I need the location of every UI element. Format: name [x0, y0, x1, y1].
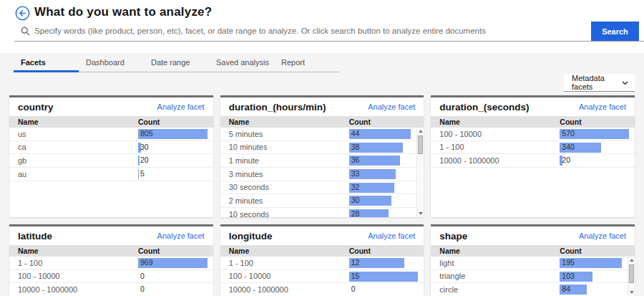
- facet-value-name: 100 - 10000: [18, 272, 138, 280]
- facet-row[interactable]: 10 seconds 28: [220, 208, 424, 217]
- facet-table-body: 1 - 100 12 100 - 10000 15 10000 - 100000…: [220, 257, 424, 296]
- facet-count-cell: 195: [560, 257, 622, 269]
- facet-card: shape Analyze facet Name Count light 195…: [431, 224, 635, 296]
- analyze-facet-link[interactable]: Analyze facet: [579, 231, 626, 240]
- analyze-facet-link[interactable]: Analyze facet: [157, 231, 205, 240]
- facet-value-name: triangle: [439, 272, 560, 280]
- scroll-down-icon[interactable]: [419, 212, 423, 215]
- facet-table-body: 5 minutes 44 10 minutes 38 1 minute 36 3…: [220, 128, 424, 217]
- facet-card: country Analyze facet Name Count us 805 …: [9, 95, 213, 217]
- facet-row[interactable]: 3 minutes 33: [220, 168, 424, 181]
- facet-table-header: Name Count: [9, 116, 213, 128]
- scrollbar-thumb[interactable]: [629, 264, 634, 283]
- count-value: 15: [351, 270, 360, 283]
- scroll-up-icon[interactable]: [419, 130, 423, 133]
- facet-row[interactable]: 30 seconds 32: [220, 181, 424, 195]
- tab-report[interactable]: Report: [274, 57, 339, 72]
- facet-row[interactable]: gb 20: [9, 154, 213, 168]
- tab-facets[interactable]: Facets: [14, 57, 79, 72]
- facet-row[interactable]: au 5: [9, 168, 213, 181]
- count-value: 32: [351, 181, 360, 194]
- name-column-header: Name: [439, 247, 560, 255]
- facet-value-name: ca: [18, 143, 138, 151]
- facet-row[interactable]: 1 - 100 969: [9, 257, 213, 270]
- tab-label: Date range: [151, 58, 190, 67]
- facet-row[interactable]: light 195: [431, 257, 635, 270]
- count-value: 44: [351, 128, 360, 140]
- facet-row[interactable]: us 805: [9, 128, 213, 141]
- tab-date-range[interactable]: Date range: [144, 57, 209, 72]
- facet-value-name: 2 minutes: [229, 196, 349, 205]
- facet-title: duration_(hours/min): [229, 102, 326, 113]
- facet-grid-row-2: latitude Analyze facet Name Count 1 - 10…: [9, 224, 635, 296]
- count-value: 195: [562, 257, 575, 269]
- facet-row[interactable]: triangle 103: [431, 270, 635, 284]
- facet-value-name: au: [18, 170, 138, 178]
- scroll-up-icon[interactable]: [630, 259, 634, 262]
- count-value: 33: [351, 168, 360, 181]
- facet-row[interactable]: 10000 - 1000000 0: [9, 283, 213, 296]
- back-button[interactable]: [15, 6, 30, 21]
- facet-table-body: 1 - 100 969 100 - 10000 0 10000 - 100000…: [9, 257, 213, 296]
- analyze-facet-link[interactable]: Analyze facet: [579, 102, 626, 111]
- facet-card-header: latitude Analyze facet: [9, 226, 213, 245]
- analyze-facet-link[interactable]: Analyze facet: [368, 231, 415, 240]
- tab-dashboard[interactable]: Dashboard: [79, 57, 144, 72]
- facet-value-name: 10000 - 1000000: [439, 156, 560, 165]
- analyze-facet-link[interactable]: Analyze facet: [368, 102, 415, 111]
- facet-row[interactable]: 10000 - 1000000 0: [220, 283, 424, 296]
- scroll-down-icon[interactable]: [630, 291, 634, 294]
- facet-row[interactable]: 1 minute 36: [220, 154, 424, 168]
- facet-row[interactable]: 5 minutes 44: [220, 128, 424, 141]
- facet-title: duration_(seconds): [439, 102, 529, 113]
- facet-count-cell: 12: [349, 257, 419, 269]
- facet-row[interactable]: 10000 - 1000000 20: [431, 154, 635, 168]
- count-bar: [138, 169, 139, 179]
- facet-value-name: 10000 - 1000000: [18, 285, 138, 294]
- search-button[interactable]: Search: [591, 22, 639, 41]
- facet-card-header: longitude Analyze facet: [220, 226, 424, 245]
- facet-row[interactable]: 2 minutes 30: [220, 194, 424, 208]
- facet-card: duration_(hours/min) Analyze facet Name …: [220, 95, 424, 217]
- facet-count-cell: 340: [560, 141, 629, 154]
- tab-label: Saved analysis: [216, 58, 269, 67]
- facet-table-body: light 195 triangle 103 circle 84: [431, 257, 635, 296]
- analyze-facet-link[interactable]: Analyze facet: [157, 102, 205, 111]
- facet-row[interactable]: 100 - 10000 15: [220, 270, 424, 284]
- vertical-scrollbar[interactable]: [416, 128, 424, 217]
- facet-title: latitude: [18, 231, 52, 242]
- facet-value-name: circle: [439, 285, 560, 294]
- metadata-facets-dropdown[interactable]: Metadata facets: [564, 74, 635, 92]
- facet-count-cell: 103: [560, 270, 622, 283]
- count-column-header: Count: [560, 247, 635, 255]
- facet-count-cell: 0: [138, 270, 208, 283]
- facet-row[interactable]: 100 - 10000 570: [431, 128, 635, 141]
- facet-row[interactable]: ca 30: [9, 141, 213, 155]
- facet-row[interactable]: circle 84: [431, 283, 635, 296]
- facet-value-name: 1 - 100: [439, 143, 560, 151]
- name-column-header: Name: [439, 118, 560, 126]
- facet-card-header: duration_(hours/min) Analyze facet: [220, 97, 424, 116]
- vertical-scrollbar[interactable]: [628, 257, 635, 296]
- count-value: 20: [562, 154, 570, 167]
- facet-grid-row-1: country Analyze facet Name Count us 805 …: [9, 95, 635, 217]
- facet-value-name: 100 - 10000: [439, 130, 560, 138]
- facet-count-cell: 30: [138, 141, 208, 154]
- count-column-header: Count: [138, 118, 213, 126]
- tab-saved-analysis[interactable]: Saved analysis: [209, 57, 274, 72]
- count-value: 5: [140, 168, 145, 181]
- facet-row[interactable]: 1 - 100 340: [431, 141, 635, 155]
- facet-count-cell: 969: [138, 257, 208, 269]
- count-column-header: Count: [349, 118, 424, 126]
- facet-row[interactable]: 1 - 100 12: [220, 257, 424, 270]
- facet-row[interactable]: 10 minutes 38: [220, 141, 424, 155]
- facet-row[interactable]: 100 - 10000 0: [9, 270, 213, 284]
- facet-value-name: 10 seconds: [229, 210, 349, 217]
- scrollbar-thumb[interactable]: [418, 135, 423, 154]
- facet-table-header: Name Count: [220, 245, 424, 257]
- facet-count-cell: 0: [349, 283, 419, 296]
- facet-count-cell: 15: [349, 270, 419, 283]
- search-input[interactable]: [34, 24, 578, 38]
- count-value: 36: [351, 154, 360, 167]
- name-column-header: Name: [229, 247, 349, 255]
